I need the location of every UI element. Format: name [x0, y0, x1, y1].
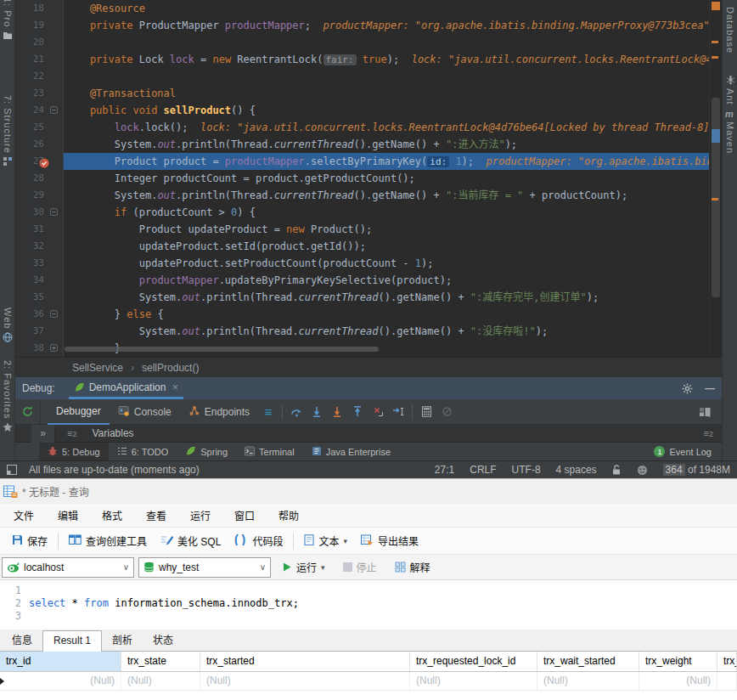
fold-toggle-icon[interactable]: + — [50, 344, 58, 352]
hide-tabs-chevron[interactable]: » — [31, 425, 55, 443]
table-cell[interactable]: (Null) — [410, 672, 537, 690]
code-line[interactable]: private Lock lock = new ReentrantLock(fa… — [64, 51, 709, 68]
sql-code-line[interactable]: select * from information_schema.innodb_… — [29, 597, 737, 610]
code-line[interactable]: lock.lock(); lock: "java.util.concurrent… — [64, 119, 709, 136]
chevron-down-icon[interactable]: ▾ — [343, 537, 347, 545]
column-header-trx_weight[interactable]: trx_weight — [639, 652, 717, 671]
memory-indicator[interactable]: 364 of 1948M — [663, 464, 730, 476]
mute-breakpoints-button[interactable] — [436, 403, 457, 421]
line-number[interactable]: 30 — [33, 204, 44, 221]
code-editor[interactable]: 181920212223−242526272829−303132333435−3… — [15, 0, 722, 357]
debugger-tab-endpoints[interactable]: Endpoints — [180, 399, 258, 425]
table-cell[interactable]: (Null) — [0, 672, 121, 690]
sql-code-line[interactable] — [29, 584, 737, 597]
line-ending-indicator[interactable]: CRLF — [470, 464, 496, 476]
code-line[interactable]: System.out.println(Thread.currentThread(… — [64, 187, 709, 204]
debugger-tab-console[interactable]: Console — [110, 399, 180, 425]
debugger-tab-debugger[interactable]: Debugger — [48, 399, 110, 425]
code-line[interactable] — [64, 34, 709, 51]
toolwindow-button-spring[interactable]: Spring — [177, 443, 236, 460]
fold-toggle-icon[interactable]: − — [50, 106, 58, 114]
explain-button[interactable]: 解释 — [388, 560, 437, 574]
breadcrumb-method[interactable]: sellProduct() — [142, 362, 199, 374]
debug-session-tab[interactable]: DemoApplication × — [69, 377, 183, 399]
menu-item-窗口[interactable]: 窗口 — [222, 508, 267, 522]
run-button[interactable]: 运行 ▾ — [275, 560, 332, 574]
gutter-row[interactable]: 21 — [15, 51, 63, 68]
code-line[interactable]: Product updateProduct = new Product(); — [64, 221, 709, 238]
sql-code[interactable]: select * from information_schema.innodb_… — [29, 584, 737, 629]
table-cell[interactable]: (Null) — [121, 672, 200, 690]
gutter-row[interactable]: 35 — [15, 289, 63, 306]
event-log-button[interactable]: 1 Event Log — [654, 446, 722, 457]
code-line[interactable]: System.out.println(Thread.currentThread(… — [64, 323, 709, 340]
menu-item-帮助[interactable]: 帮助 — [267, 508, 311, 522]
toolwindow-button-maven[interactable]: mMaven — [723, 109, 737, 154]
line-number[interactable]: 25 — [33, 119, 44, 136]
code-line[interactable]: public void sellProduct() { — [64, 102, 709, 119]
gutter-row[interactable]: 29 — [15, 187, 63, 204]
toolbar-button-美化-SQL[interactable]: 美化 SQL — [154, 533, 228, 548]
gutter-row[interactable]: 22 — [15, 68, 63, 85]
table-cell[interactable]: (Null) — [200, 672, 410, 690]
line-number[interactable]: 21 — [33, 51, 44, 68]
code-line[interactable]: updateProduct.setId(product.getId()); — [64, 238, 709, 255]
code-line[interactable]: } else { — [64, 306, 709, 323]
gutter-row[interactable]: 19 — [15, 17, 63, 34]
menu-item-运行[interactable]: 运行 — [178, 508, 222, 522]
fold-toggle-icon[interactable]: − — [50, 208, 58, 216]
menu-item-查看[interactable]: 查看 — [134, 508, 178, 522]
gutter-row[interactable]: 34 — [15, 272, 63, 289]
toolwindow-button-web[interactable]: Web — [0, 308, 15, 342]
run-to-cursor-button[interactable] — [388, 403, 408, 421]
line-number[interactable]: 22 — [33, 68, 44, 85]
result-tab-状态[interactable]: 状态 — [143, 629, 183, 651]
code-line[interactable]: System.out.println(Thread.currentThread(… — [64, 136, 709, 153]
column-header-trx_[interactable]: trx_ — [717, 652, 737, 671]
line-number[interactable]: 28 — [33, 170, 44, 187]
toolwindow-button-5-debug[interactable]: 5: Debug — [39, 443, 109, 460]
toolbar-button-文本[interactable]: 文本▾ — [297, 533, 354, 548]
code-line[interactable]: @Transactional — [64, 85, 709, 102]
toolwindow-toggle-icon[interactable] — [7, 465, 17, 475]
code-line[interactable]: updateProduct.setProductCount(productCou… — [64, 255, 709, 272]
line-number[interactable]: 36 — [33, 306, 44, 323]
column-header-trx_id[interactable]: trx_id — [0, 652, 121, 671]
toolwindow-button-project[interactable]: 1: Pro — [0, 0, 15, 40]
table-cell[interactable] — [717, 672, 737, 690]
result-tab-剖析[interactable]: 剖析 — [102, 629, 143, 651]
column-header-trx_started[interactable]: trx_started — [200, 652, 410, 671]
gutter-row[interactable]: −36 — [15, 306, 63, 323]
line-number[interactable]: 34 — [33, 272, 44, 289]
line-number[interactable]: 27 — [33, 153, 44, 170]
code-line[interactable]: Product product = productMapper.selectBy… — [64, 153, 709, 170]
line-number[interactable]: 31 — [33, 221, 44, 238]
unlock-icon[interactable] — [612, 465, 622, 476]
line-number[interactable]: 19 — [33, 17, 44, 34]
gutter-row[interactable]: −24 — [15, 102, 63, 119]
line-number[interactable]: 32 — [33, 238, 44, 255]
code-line[interactable]: Integer productCount = product.getProduc… — [64, 170, 709, 187]
gear-icon[interactable] — [682, 383, 693, 394]
gutter-row[interactable]: 27 — [15, 153, 63, 170]
code-line[interactable]: @Resource — [64, 0, 709, 17]
column-header-trx_wait_started[interactable]: trx_wait_started — [537, 652, 639, 671]
variables-filter-icon[interactable]: ≡2 — [704, 428, 713, 438]
step-over-button[interactable] — [286, 403, 307, 421]
code-line[interactable]: productMapper.updateByPrimaryKeySelectiv… — [64, 272, 709, 289]
sql-code-line[interactable] — [29, 610, 737, 623]
gutter-row[interactable]: 33 — [15, 255, 63, 272]
gutter-row[interactable]: 18 — [15, 0, 63, 17]
minimize-icon[interactable]: — — [705, 382, 715, 394]
connection-select[interactable]: localhost ∨ — [2, 557, 134, 578]
line-number[interactable]: 24 — [33, 102, 44, 119]
result-tab-Result-1[interactable]: Result 1 — [42, 630, 102, 652]
toolwindow-button-6-todo[interactable]: 6: TODO — [109, 443, 177, 460]
code-line[interactable]: System.out.println(Thread.currentThread(… — [64, 289, 709, 306]
toolwindow-button-database[interactable]: Database — [723, 7, 737, 54]
menu-item-编辑[interactable]: 编辑 — [46, 508, 90, 522]
editor-code[interactable]: @Resource private ProductMapper productM… — [64, 0, 709, 357]
fold-toggle-icon[interactable]: − — [50, 310, 58, 318]
code-line[interactable] — [64, 68, 709, 85]
force-step-into-button[interactable] — [327, 403, 347, 421]
